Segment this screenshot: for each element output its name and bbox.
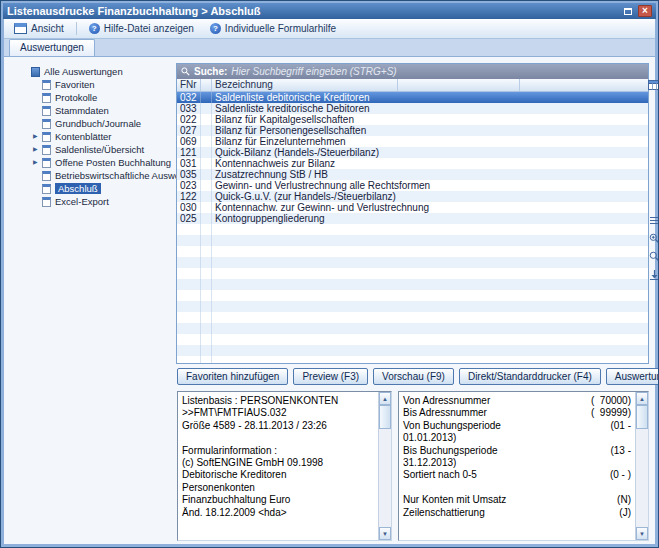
tree-item-label: Kontenblätter — [55, 131, 112, 142]
tree-item-offene-posten-buchhaltung[interactable]: ▶Offene Posten Buchhaltung — [9, 156, 177, 169]
cell-fnr: 122 — [177, 191, 201, 202]
zoom-icon[interactable] — [649, 251, 659, 262]
table-row[interactable]: 030Kontennachw. zur Gewinn- und Verlustr… — [177, 202, 648, 213]
search-input[interactable]: Suche: Hier Suchbegriff eingeben (STRG+S… — [177, 64, 648, 79]
action-vorschau-f9[interactable]: Vorschau (F9) — [373, 368, 454, 385]
column-header-marker[interactable] — [201, 79, 212, 91]
scroll-up-icon[interactable]: ▲ — [636, 392, 648, 405]
scroll-down-icon[interactable]: ▼ — [379, 527, 391, 540]
cell-marker — [201, 312, 212, 323]
table-row-empty[interactable] — [177, 290, 648, 301]
table-row[interactable]: 035Zusatzrechnung StB / HB — [177, 169, 648, 180]
hilfe-datei-button[interactable]: ? Hilfe-Datei anzeigen — [82, 20, 201, 37]
close-button[interactable]: × — [638, 5, 652, 17]
table-row-empty[interactable] — [177, 257, 648, 268]
cell-marker — [201, 290, 212, 301]
tree-item-label: Favoriten — [55, 79, 95, 90]
cell-bezeichnung: Gewinn- und Verlustrechnung alle Rechtsf… — [212, 180, 648, 191]
table-row[interactable]: 121Quick-Bilanz (Handels-/Steuerbilanz) — [177, 147, 648, 158]
cell-fnr — [177, 246, 201, 257]
tree-item-favoriten[interactable]: Favoriten — [9, 78, 177, 91]
tab-auswertungen[interactable]: Auswertungen — [9, 39, 95, 56]
scrollbar[interactable]: ▲ ▼ — [635, 392, 648, 540]
tree-item-stammdaten[interactable]: Stammdaten — [9, 104, 177, 117]
table-row-empty[interactable] — [177, 323, 648, 334]
cell-fnr — [177, 312, 201, 323]
table-row-empty[interactable] — [177, 345, 648, 356]
table-row[interactable]: 031Kontennachweis zur Bilanz — [177, 158, 648, 169]
scroll-thumb[interactable] — [636, 405, 648, 429]
table-row[interactable]: 069Bilanz für Einzelunternehmen — [177, 136, 648, 147]
table-row-empty[interactable] — [177, 301, 648, 312]
scroll-thumb[interactable] — [379, 405, 391, 429]
action-favoriten-hinzuf-gen[interactable]: Favoriten hinzufügen — [177, 368, 288, 385]
cell-fnr — [177, 345, 201, 356]
tree-item-grundbuch-journale[interactable]: Grundbuch/Journale — [9, 117, 177, 130]
table-row-empty[interactable] — [177, 268, 648, 279]
table-row[interactable]: 033Saldenliste kreditorische Debitoren — [177, 103, 648, 114]
cell-marker — [201, 213, 212, 224]
formularhilfe-label: Individuelle Formularhilfe — [225, 23, 336, 34]
parameter-value: ( 99999) — [591, 407, 631, 419]
column-header-fnr[interactable]: FNr — [177, 79, 201, 91]
export-down-icon[interactable] — [649, 269, 659, 280]
cell-bezeichnung — [212, 246, 648, 257]
table-row-empty[interactable] — [177, 334, 648, 345]
column-settings-icon[interactable] — [648, 79, 659, 91]
toolbar: Ansicht ? Hilfe-Datei anzeigen ? Individ… — [4, 19, 655, 39]
list-icon[interactable] — [649, 215, 659, 226]
table-row[interactable]: 032Saldenliste debitorische Kreditoren — [177, 92, 648, 103]
action-direkt-standarddrucker-f4[interactable]: Direkt/Standarddrucker (F4) — [459, 368, 601, 385]
cell-fnr — [177, 334, 201, 345]
tree-root-alle-auswertungen[interactable]: Alle Auswertungen — [9, 65, 177, 78]
help-icon: ? — [89, 23, 100, 34]
table-row[interactable]: 025Kontogruppengliederung — [177, 213, 648, 224]
action-auswertung-drucken[interactable]: Auswertung drucken — [606, 368, 659, 385]
table-row-empty[interactable] — [177, 224, 648, 235]
tree-item-betriebswirtschaftliche-auswertungen[interactable]: Betriebswirtschaftliche Auswertungen — [9, 169, 177, 182]
tree-item-excel-export[interactable]: Excel-Export — [9, 195, 177, 208]
cell-fnr: 023 — [177, 180, 201, 191]
action-button-row: Favoriten hinzufügenPreview (F3)Vorschau… — [177, 368, 659, 385]
table-row-empty[interactable] — [177, 246, 648, 257]
tab-strip: Auswertungen — [4, 39, 655, 57]
cell-marker — [201, 279, 212, 290]
scroll-track[interactable] — [379, 429, 391, 527]
table-row[interactable]: 023Gewinn- und Verlustrechnung alle Rech… — [177, 180, 648, 191]
restore-button[interactable] — [621, 5, 635, 17]
expand-icon[interactable]: ▶ — [33, 130, 42, 143]
column-header-empty-1[interactable] — [398, 79, 520, 91]
scrollbar[interactable]: ▲ ▼ — [378, 392, 391, 540]
restore-icon — [624, 8, 632, 15]
scroll-track[interactable] — [636, 429, 648, 527]
tree-item-label: Grundbuch/Journale — [55, 118, 141, 129]
ansicht-button[interactable]: Ansicht — [7, 20, 71, 37]
table-row[interactable]: 122Quick-G.u.V. (zur Handels-/Steuerbila… — [177, 191, 648, 202]
table-row-empty[interactable] — [177, 279, 648, 290]
report-icon — [42, 184, 51, 194]
scroll-down-icon[interactable]: ▼ — [636, 527, 648, 540]
tree-item-kontenbl-tter[interactable]: ▶Kontenblätter — [9, 130, 177, 143]
action-preview-f3[interactable]: Preview (F3) — [293, 368, 368, 385]
info-line: Listenbasis : PERSONENKONTEN — [182, 395, 374, 407]
table-row-empty[interactable] — [177, 312, 648, 323]
tree-item-protokolle[interactable]: Protokolle — [9, 91, 177, 104]
tree-item-saldenliste-bersicht[interactable]: ▶Saldenliste/Übersicht — [9, 143, 177, 156]
tree-item-label: Saldenliste/Übersicht — [55, 144, 144, 155]
column-header-empty-2[interactable] — [520, 79, 648, 91]
expand-icon[interactable]: ▶ — [33, 156, 42, 169]
zoom-in-icon[interactable] — [649, 233, 659, 244]
parameter-label: Von Buchungsperiode — [403, 420, 501, 432]
table-row-empty[interactable] — [177, 356, 648, 363]
parameter-line: Nur Konten mit Umsatz(N) — [403, 494, 631, 506]
formularhilfe-button[interactable]: ? Individuelle Formularhilfe — [203, 20, 343, 37]
cell-bezeichnung: Bilanz für Kapitalgesellschaften — [212, 114, 648, 125]
column-header-bezeichnung[interactable]: Bezeichnung — [212, 79, 398, 91]
table-row[interactable]: 027Bilanz für Personengesellschaften — [177, 125, 648, 136]
tree-item-abschlu[interactable]: Abschluß — [9, 182, 177, 195]
expand-icon[interactable]: ▶ — [33, 143, 42, 156]
scroll-up-icon[interactable]: ▲ — [379, 392, 391, 405]
parameter-line: 01.01.2013) — [403, 432, 631, 444]
table-row-empty[interactable] — [177, 235, 648, 246]
table-row[interactable]: 022Bilanz für Kapitalgesellschaften — [177, 114, 648, 125]
